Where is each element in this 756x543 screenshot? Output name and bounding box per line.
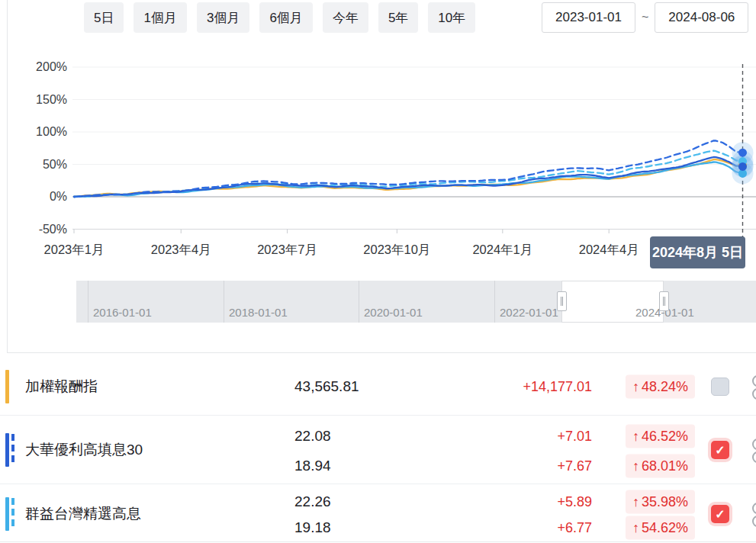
- up-arrow-icon: ↑: [632, 520, 639, 535]
- table-row-1: 大華優利高填息3022.08+7.01↑46.52%18.94+7.67↑68.…: [0, 415, 756, 484]
- dashed-line-swatch: [11, 434, 14, 466]
- check-icon: ✓: [715, 507, 725, 522]
- percent-change-badge: ↑46.52%: [626, 425, 695, 448]
- range-button-0[interactable]: 5日: [84, 2, 124, 33]
- clipped-column-fragment: [750, 374, 756, 400]
- fragment-mark: [752, 375, 756, 387]
- percent-change-value: 46.52%: [642, 429, 688, 444]
- up-arrow-icon: ↑: [632, 379, 639, 394]
- slider-gridline-0: [88, 281, 88, 323]
- slider-label-0: 2016-01-01: [93, 306, 152, 319]
- percent-change-value: 54.62%: [642, 520, 688, 535]
- slider-handle-right[interactable]: [659, 291, 669, 311]
- range-button-3[interactable]: 6個月: [259, 2, 312, 33]
- table-row-0: 加權報酬指43,565.81+14,177.01↑48.24%: [0, 358, 756, 415]
- visibility-checkbox-0[interactable]: [711, 378, 729, 396]
- fragment-mark: [752, 388, 756, 400]
- fragment-mark: [752, 516, 756, 527]
- range-button-1[interactable]: 1個月: [134, 2, 186, 33]
- nav-value: 19.18: [294, 519, 331, 536]
- table-row-2: 群益台灣精選高息22.26+5.89↑35.98%19.18+6.77↑54.6…: [0, 484, 756, 543]
- slider-gridline-3: [494, 281, 495, 323]
- series-name: 大華優利高填息30: [25, 440, 143, 460]
- date-range-picker: 2023-01-01 ~ 2024-08-06: [542, 2, 748, 33]
- slider-label-3: 2022-01-01: [500, 306, 558, 319]
- visibility-checkbox-2[interactable]: ✓: [711, 505, 729, 523]
- date-range-slider[interactable]: 2016-01-012018-01-012020-01-012022-01-01…: [76, 281, 756, 323]
- percent-change-value: 68.01%: [642, 458, 688, 474]
- percent-change-value: 35.98%: [642, 494, 688, 509]
- solid-line-swatch: [5, 433, 9, 467]
- nav-value: 43,565.81: [294, 378, 359, 395]
- percent-change-value: 48.24%: [642, 379, 688, 394]
- slider-gridline-2: [359, 281, 359, 323]
- slider-handle-left[interactable]: [557, 291, 567, 311]
- range-button-2[interactable]: 3個月: [197, 2, 249, 33]
- solid-line-swatch: [5, 370, 9, 403]
- slider-gridline-1: [224, 281, 224, 323]
- series-color-indicator: [5, 433, 14, 467]
- nav-value: 22.26: [294, 493, 331, 510]
- range-button-4[interactable]: 今年: [323, 2, 368, 33]
- change-value: +7.01: [557, 429, 592, 445]
- fragment-mark: [752, 439, 756, 450]
- up-arrow-icon: ↑: [632, 429, 639, 444]
- percent-change-badge: ↑68.01%: [626, 455, 695, 478]
- date-to-input[interactable]: 2024-08-06: [655, 2, 748, 33]
- range-button-5[interactable]: 5年: [378, 2, 418, 33]
- range-button-6[interactable]: 10年: [428, 2, 475, 33]
- check-icon: ✓: [715, 443, 725, 458]
- percent-change-badge: ↑54.62%: [626, 516, 695, 540]
- fragment-mark: [752, 451, 756, 463]
- range-buttons: 5日1個月3個月6個月今年5年10年: [84, 2, 475, 33]
- percent-change-badge: ↑35.98%: [626, 490, 695, 514]
- change-value: +6.77: [557, 520, 592, 536]
- series-color-indicator: [5, 497, 14, 531]
- clipped-column-fragment: [750, 501, 756, 527]
- date-from-input[interactable]: 2023-01-01: [542, 2, 635, 33]
- nav-value: 22.08: [294, 428, 331, 445]
- slider-label-1: 2018-01-01: [229, 306, 288, 319]
- dashed-line-swatch: [11, 498, 14, 530]
- date-range-separator: ~: [642, 11, 648, 24]
- series-name: 群益台灣精選高息: [25, 504, 141, 524]
- percent-change-badge: ↑48.24%: [626, 375, 695, 399]
- cursor-date-tooltip: 2024年8月 5日: [650, 236, 745, 268]
- series-name: 加權報酬指: [25, 377, 98, 397]
- clipped-column-fragment: [750, 437, 756, 463]
- slider-label-2: 2020-01-01: [364, 306, 423, 319]
- change-value: +14,177.01: [523, 379, 592, 395]
- change-value: +5.89: [557, 494, 592, 510]
- change-value: +7.67: [557, 458, 592, 474]
- solid-line-swatch: [5, 497, 9, 531]
- visibility-checkbox-1[interactable]: ✓: [711, 441, 729, 459]
- series-color-indicator: [5, 370, 9, 403]
- up-arrow-icon: ↑: [632, 494, 639, 509]
- table-bottom-divider: [0, 541, 756, 542]
- up-arrow-icon: ↑: [632, 458, 639, 474]
- nav-value: 18.94: [294, 458, 331, 474]
- fragment-mark: [752, 503, 756, 514]
